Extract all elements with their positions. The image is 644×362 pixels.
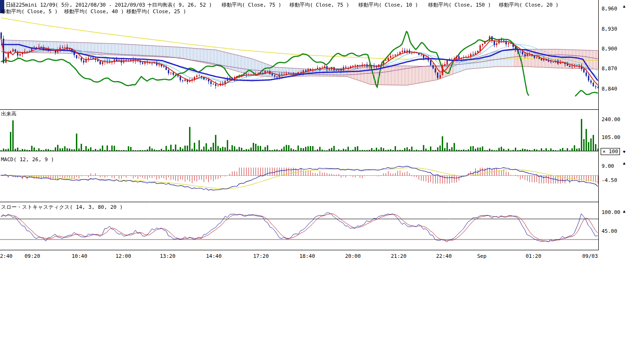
legend-ma20[interactable]: 移動平均( Close, 20 ) (499, 1, 559, 8)
macd-scale-up-icon[interactable]: ▲ (621, 160, 627, 166)
time-tick: Sep (477, 253, 487, 259)
time-tick: 21:20 (391, 253, 406, 259)
volume-tick: 240.00 (602, 116, 620, 123)
legend-ma10[interactable]: 移動平均( Close, 10 ) (358, 1, 418, 8)
chart-window: 日経225mini 12/09( 5分, 2012/08/30 - 2012/0… (0, 0, 644, 362)
time-tick: 20:00 (345, 253, 361, 259)
legend-series-title[interactable]: 日経225mini 12/09( 5分, 2012/08/30 - 2012/0… (6, 1, 151, 8)
price-tick: 8,900 (602, 46, 617, 52)
legend-ma25[interactable]: 移動平均( Close, 25 ) (126, 8, 186, 15)
stoch-pane-label: スロー・ストキャスティクス( 14, 3, 80, 20 ) (1, 204, 123, 211)
price-tick: 8,930 (602, 26, 617, 32)
time-tick: 10:40 (72, 253, 87, 259)
price-scale-up-icon[interactable]: ▲ (621, 3, 627, 9)
macd-pane-label: MACD( 12, 26, 9 ) (1, 156, 54, 163)
volume-unit-badge: × 100 (601, 148, 620, 155)
price-tick: 8,840 (602, 86, 617, 92)
time-tick: 09/03 (582, 253, 598, 259)
macd-tick: -4.50 (602, 177, 617, 183)
stoch-tick: 45.00 (602, 228, 617, 234)
macd-tick: 9.00 (602, 163, 614, 169)
stoch-tick: 100.00 (602, 209, 620, 215)
chart-canvas[interactable] (0, 0, 599, 251)
time-tick: 09:20 (25, 253, 40, 259)
legend-ma5[interactable]: 移動平均( Close, 5 ) (1, 8, 58, 15)
time-tick: 13:20 (160, 253, 175, 259)
time-tick: 17:20 (253, 253, 269, 259)
volume-scale-down-icon[interactable]: ▼ (621, 149, 627, 155)
time-tick: 01:20 (526, 253, 541, 259)
volume-pane-label: 出来高 (1, 110, 17, 117)
price-tick: 8,870 (602, 66, 617, 72)
time-tick: 2:40 (0, 253, 13, 259)
time-tick: 22:40 (436, 253, 452, 259)
stoch-scale-up-icon[interactable]: ▲ (621, 208, 627, 214)
volume-tick: 105.00 (602, 134, 620, 140)
legend-ma75-a[interactable]: 移動平均( Close, 75 ) (222, 1, 281, 8)
legend-ichimoku[interactable]: 一目均衡表( 9, 26, 52 ) (147, 1, 212, 8)
legend-ma40[interactable]: 移動平均( Close, 40 ) (64, 8, 124, 15)
time-tick: 12:00 (116, 253, 131, 259)
time-tick: 14:40 (206, 253, 222, 259)
legend-ma75-b[interactable]: 移動平均( Close, 75 ) (289, 1, 349, 8)
time-tick: 18:40 (299, 253, 315, 259)
legend-ma150[interactable]: 移動平均( Close, 150 ) (428, 1, 491, 8)
price-tick: 8,960 (602, 6, 617, 12)
